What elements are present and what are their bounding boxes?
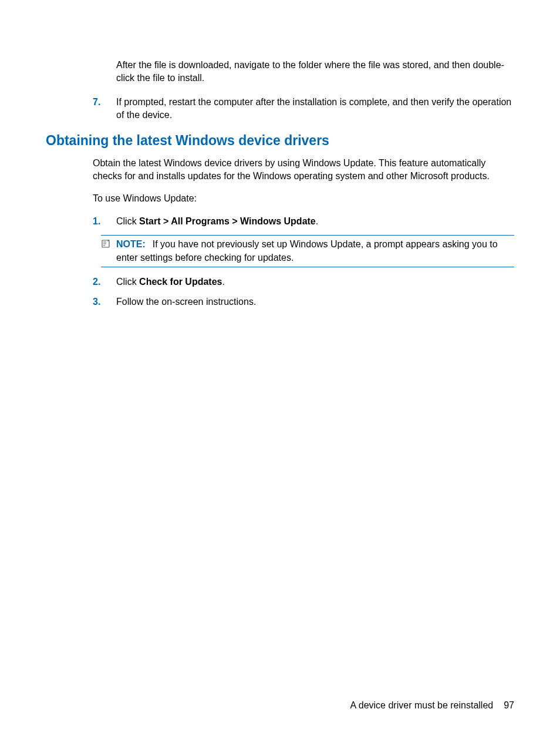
note-label: NOTE: [116, 239, 146, 249]
section-heading: Obtaining the latest Windows device driv… [46, 133, 514, 149]
list-text: Click Check for Updates. [116, 275, 514, 288]
list-item-2: 2. Click Check for Updates. [93, 275, 514, 288]
note-icon [101, 239, 113, 252]
text-suffix: . [222, 277, 224, 287]
note-callout: NOTE:If you have not previously set up W… [101, 235, 514, 267]
list-number: 7. [93, 96, 116, 122]
text-prefix: Click [116, 216, 139, 226]
page-footer: A device driver must be reinstalled 97 [350, 700, 514, 711]
text-prefix: Click [116, 277, 139, 287]
list-text: If prompted, restart the computer after … [116, 96, 514, 122]
page-content: After the file is downloaded, navigate t… [46, 59, 514, 309]
list-text: Click Start > All Programs > Windows Upd… [116, 215, 514, 228]
list-number: 1. [93, 215, 116, 228]
text-bold: Check for Updates [139, 277, 222, 287]
note-content: NOTE:If you have not previously set up W… [116, 238, 514, 264]
list-number: 3. [93, 295, 116, 308]
note-body: If you have not previously set up Window… [116, 239, 498, 262]
list-item-3: 3. Follow the on-screen instructions. [93, 295, 514, 308]
list-item-7: 7. If prompted, restart the computer aft… [93, 96, 514, 122]
footer-section-title: A device driver must be reinstalled [350, 700, 494, 711]
section-paragraph-1: Obtain the latest Windows device drivers… [93, 157, 514, 183]
list-number: 2. [93, 275, 116, 288]
text-bold: Start > All Programs > Windows Update [139, 216, 316, 226]
section-paragraph-2: To use Windows Update: [93, 192, 514, 205]
text-suffix: . [316, 216, 318, 226]
footer-page-number: 97 [504, 700, 514, 711]
list-text: Follow the on-screen instructions. [116, 295, 514, 308]
continuation-paragraph: After the file is downloaded, navigate t… [116, 59, 514, 85]
list-item-1: 1. Click Start > All Programs > Windows … [93, 215, 514, 228]
